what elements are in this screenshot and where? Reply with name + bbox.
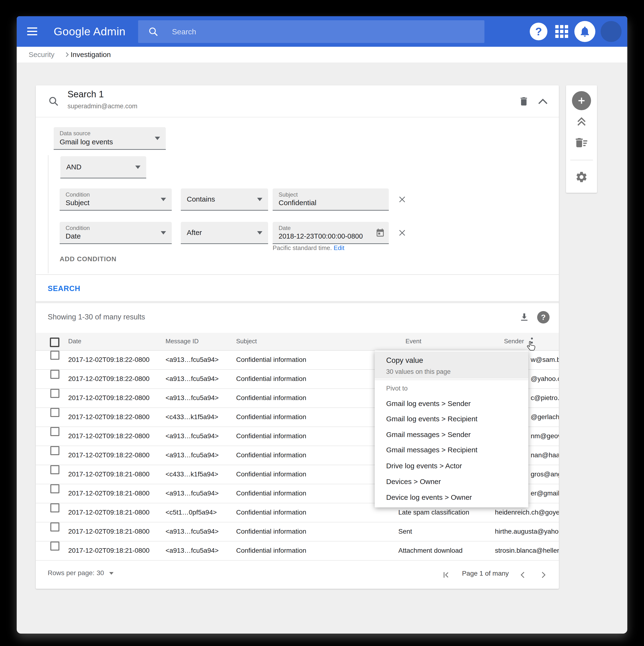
delete-search-icon[interactable] [518, 96, 529, 107]
cell-date: 2017-12-02T09:18:22-0800 [68, 432, 149, 440]
cell-sender: @yahoo.com [531, 375, 559, 383]
global-search-bar[interactable] [138, 20, 485, 43]
remove-condition-icon[interactable] [398, 228, 407, 237]
table-row[interactable]: 2017-12-02T09:18:21-0800 <a913…fcu5a94> … [36, 522, 559, 542]
cell-sender: er@gmail.co [531, 490, 559, 497]
results-summary: Showing 1-30 of many results [48, 313, 145, 321]
hamburger-menu-icon[interactable] [27, 27, 37, 35]
select-all-checkbox[interactable] [50, 338, 60, 347]
remove-condition-icon[interactable] [398, 195, 407, 204]
cell-subject: Confidential information [236, 394, 306, 402]
add-condition-button[interactable]: ADD CONDITION [60, 255, 117, 263]
row-checkbox[interactable] [50, 465, 60, 474]
collapse-all-button[interactable] [566, 110, 597, 134]
chevron-down-icon [257, 198, 262, 201]
row-checkbox[interactable] [50, 503, 60, 512]
row-checkbox[interactable] [50, 484, 60, 493]
rows-per-page-value[interactable]: 30 [97, 569, 104, 577]
breadcrumb-current: Investigation [71, 47, 111, 63]
row-checkbox[interactable] [50, 389, 60, 398]
row-checkbox[interactable] [50, 370, 60, 379]
clear-searches-button[interactable] [566, 131, 597, 154]
search-button[interactable]: SEARCH [48, 284, 80, 293]
data-source-label: Data source [60, 130, 90, 137]
cell-sender: w@sam.biz [531, 356, 559, 363]
bell-glyph [579, 25, 591, 38]
cell-message-id: <a913…fcu5a94> [166, 394, 219, 402]
collapse-chevron-up-icon[interactable] [537, 98, 548, 105]
row-checkbox[interactable] [50, 351, 60, 360]
download-icon[interactable] [519, 312, 530, 323]
column-header-sender[interactable]: Sender [504, 338, 524, 345]
calendar-icon[interactable] [375, 228, 385, 238]
next-page-icon[interactable] [539, 570, 548, 580]
search-card: Search 1 superadmin@acme.com Data source… [36, 85, 559, 589]
menu-item-pivot[interactable]: Gmail log events > Recipient [386, 415, 477, 423]
condition-operator-select[interactable]: After [181, 222, 268, 244]
column-header-event[interactable]: Event [406, 338, 421, 345]
menu-item-pivot[interactable]: Devices > Owner [386, 477, 441, 486]
menu-item-pivot[interactable]: Gmail messages > Sender [386, 431, 470, 439]
column-context-menu: Copy value 30 values on this page Pivot … [375, 350, 528, 507]
cell-message-id: <a913…fcu5a94> [166, 451, 219, 459]
chevron-down-icon[interactable] [109, 572, 114, 575]
cell-subject: Confidential information [236, 356, 306, 363]
cell-event: Sent [398, 528, 412, 535]
column-header-message-id[interactable]: Message ID [166, 338, 199, 345]
menu-item-pivot[interactable]: Gmail log events > Sender [386, 400, 470, 408]
cell-sender: hirthe.augusta@yahoo.com [495, 528, 559, 535]
help-icon[interactable]: ? [530, 23, 547, 40]
breadcrumb: Security Investigation [17, 47, 627, 63]
menu-item-pivot[interactable]: Drive log events > Actor [386, 462, 462, 470]
row-checkbox[interactable] [50, 542, 60, 551]
row-checkbox[interactable] [50, 522, 60, 532]
condition-value-label: Subject [279, 191, 298, 198]
global-search-input[interactable] [172, 20, 470, 43]
column-header-date[interactable]: Date [68, 338, 81, 345]
condition-field-select[interactable]: Condition Subject [60, 189, 172, 211]
rows-per-page-label: Rows per page: [48, 569, 94, 577]
column-header-subject[interactable]: Subject [236, 338, 257, 345]
condition-value-input[interactable]: Subject Confidential [273, 189, 389, 211]
cell-date: 2017-12-02T09:18:22-0800 [68, 451, 149, 459]
table-row[interactable]: 2017-12-02T09:18:21-0800 <a913…fcu5a94> … [36, 541, 559, 561]
cell-subject: Confidential information [236, 375, 306, 383]
search-card-header: Search 1 superadmin@acme.com [36, 85, 559, 117]
breadcrumb-parent[interactable]: Security [29, 47, 55, 63]
cell-date: 2017-12-02T09:18:21-0800 [68, 509, 149, 516]
cell-message-id: <c433…k1f5a94> [166, 470, 218, 478]
cell-subject: Confidential information [236, 490, 306, 497]
cell-sender: heidenreich.ch@goyette [495, 509, 559, 516]
row-checkbox[interactable] [50, 427, 60, 436]
condition-field-select[interactable]: Condition Date [60, 222, 172, 244]
cell-message-id: <a913…fcu5a94> [166, 528, 219, 535]
menu-item-copy-value[interactable]: Copy value 30 values on this page [375, 351, 528, 379]
data-source-select[interactable]: Data source Gmail log events [53, 127, 166, 150]
condition-date-input[interactable]: Date 2018-12-23T00:00:00-0800 [273, 222, 389, 244]
add-search-button[interactable] [566, 89, 597, 113]
apps-grid-glyph [554, 24, 569, 39]
settings-button[interactable] [566, 165, 597, 189]
cell-subject: Confidential information [236, 451, 306, 459]
cell-sender: nan@haag.bi [531, 451, 559, 459]
cell-event: Attachment download [398, 547, 462, 554]
edit-timezone-link[interactable]: Edit [334, 244, 344, 251]
user-avatar[interactable] [601, 21, 622, 42]
first-page-icon[interactable] [441, 570, 451, 580]
cell-date: 2017-12-02T09:18:22-0800 [68, 375, 149, 383]
results-help-icon[interactable]: ? [537, 311, 550, 323]
cell-message-id: <a913…fcu5a94> [166, 547, 219, 554]
row-checkbox[interactable] [50, 408, 60, 417]
previous-page-icon[interactable] [518, 570, 528, 580]
notifications-bell-icon[interactable] [574, 21, 595, 42]
investigation-tool-rail [566, 85, 597, 193]
menu-item-pivot[interactable]: Device log events > Owner [386, 493, 472, 502]
cell-message-id: <c5t1…0pf5a94> [166, 509, 217, 516]
condition-operator-select[interactable]: Contains [181, 189, 268, 211]
menu-item-pivot[interactable]: Gmail messages > Recipient [386, 446, 477, 454]
row-checkbox[interactable] [50, 446, 60, 455]
condition-operator-value: Contains [187, 195, 215, 203]
apps-grid-icon[interactable] [554, 24, 569, 39]
operator-select[interactable]: AND [60, 156, 146, 179]
cell-date: 2017-12-02T09:18:22-0800 [68, 394, 149, 402]
